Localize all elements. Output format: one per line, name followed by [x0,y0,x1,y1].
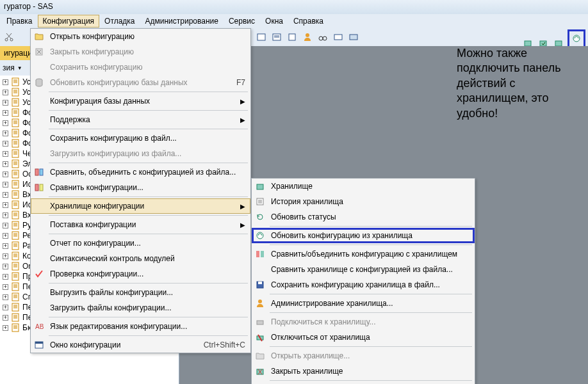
expand-icon[interactable]: + [3,79,8,85]
config-menu: Открыть конфигурацию Закрыть конфигураци… [30,28,251,353]
menu-compare-merge[interactable]: Сравнить, объединить с конфигурацией из … [31,164,250,180]
expand-icon[interactable]: + [3,325,8,331]
svg-point-1 [10,38,13,41]
sub-admin[interactable]: Администрирование хранилища... [252,296,475,311]
expand-icon[interactable]: + [3,233,8,239]
expand-icon[interactable]: + [3,284,8,290]
tb-icon7[interactable] [347,31,360,44]
menu-help[interactable]: Справка [288,15,329,28]
expand-icon[interactable]: + [3,202,8,208]
menu-window[interactable]: Окно конфигурацииCtrl+Shift+C [31,337,250,353]
scissors-icon[interactable] [3,31,15,44]
repo-icon [254,180,266,192]
sub-repo[interactable]: Хранилище [252,179,475,194]
tb-icon2[interactable] [270,31,283,44]
svg-rect-50 [40,184,43,191]
doc-icon [11,139,20,148]
compare2-icon [33,182,45,193]
svg-rect-49 [35,184,38,191]
expand-icon[interactable]: + [3,212,8,218]
menu-config[interactable]: Конфигурация [38,15,100,28]
expand-icon[interactable]: + [3,243,8,249]
expand-icon[interactable]: + [3,100,8,106]
doc-icon [11,170,20,179]
menu-compare-configs[interactable]: Сравнить конфигурации... [31,180,250,195]
expand-icon[interactable]: + [3,172,8,177]
sub-disconnect[interactable]: Отключиться от хранилища [252,330,475,345]
menu-import[interactable]: Загрузить файлы конфигурации... [31,300,250,316]
expand-icon[interactable]: + [3,151,8,157]
menu-db-config[interactable]: Конфигурация базы данных▶ [31,93,250,109]
expand-icon[interactable]: + [3,182,8,188]
menu-service[interactable]: Сервис [224,15,260,28]
tb-binoculars-icon[interactable] [316,31,329,44]
svg-rect-17 [12,109,19,116]
svg-rect-54 [257,184,263,189]
doc-icon [11,231,20,240]
menu-save-file[interactable]: Сохранить конфигурацию в файл... [31,131,250,146]
expand-icon[interactable]: + [3,315,8,321]
menu-close-config[interactable]: Закрыть конфигурацию [31,44,250,60]
expand-icon[interactable]: + [3,294,8,300]
menu-load-file[interactable]: Загрузить конфигурацию из файла... [31,146,250,161]
menu-admin[interactable]: Администрирование [140,15,224,28]
svg-text:АB: АB [35,323,44,330]
sub-update-status[interactable]: Обновить статусы [252,209,475,225]
menu-update-db[interactable]: Обновить конфигурацию базы данныхF7 [31,75,250,90]
sub-update-from[interactable]: Обновить конфигурацию из хранилища [252,228,475,243]
svg-rect-32 [12,262,19,270]
menu-open-config[interactable]: Открыть конфигурацию [31,29,250,44]
doc-icon [11,149,20,158]
chevron-right-icon: ▶ [240,116,245,124]
svg-rect-28 [12,221,19,229]
svg-rect-8 [334,35,342,40]
svg-rect-27 [12,211,19,219]
sub-compare-file[interactable]: Сравнить хранилище с конфигурацией из фа… [252,262,475,277]
expand-icon[interactable]: + [3,131,8,136]
sub-close[interactable]: Закрыть хранилище [252,364,475,379]
menubar: Правка Конфигурация Отладка Администриро… [0,14,588,28]
tb-person-icon[interactable] [301,31,314,44]
tb-icon6[interactable] [332,31,345,44]
sub-history[interactable]: История хранилища [252,194,475,209]
expand-icon[interactable]: + [3,253,8,259]
menu-save-config[interactable]: Сохранить конфигурацию [31,60,250,75]
expand-icon[interactable]: + [3,161,8,167]
menu-check[interactable]: Проверка конфигурации... [31,266,250,282]
expand-icon[interactable]: + [3,264,8,269]
repo-update-icon[interactable] [570,32,583,45]
svg-point-7 [323,36,327,40]
window-icon [33,339,45,351]
tb-icon3[interactable] [286,31,298,44]
doc-icon [11,313,20,322]
doc-icon [11,98,20,107]
sub-save-file[interactable]: Сохранить конфигурацию хранилища в файл.… [252,277,475,292]
menu-support[interactable]: Поддержка▶ [31,112,250,127]
expand-icon[interactable]: + [3,141,8,147]
doc-icon [11,77,20,86]
menu-windows[interactable]: Окна [260,15,288,28]
expand-icon[interactable]: + [3,90,8,95]
sub-compare-merge[interactable]: Сравнить/объединить конфигурацию с храни… [252,246,475,262]
expand-icon[interactable]: + [3,305,8,310]
menu-lang[interactable]: АBЯзык редактирования конфигурации... [31,319,250,334]
menu-report[interactable]: Отчет по конфигурации... [31,236,250,251]
menu-repo[interactable]: Хранилище конфигурации▶ [31,198,250,214]
doc-icon [11,88,20,97]
menu-debug[interactable]: Отладка [99,15,140,28]
expand-icon[interactable]: + [3,110,8,116]
doc-icon [11,303,20,312]
menu-syntax[interactable]: Синтаксический контроль модулей [31,251,250,266]
menu-delivery[interactable]: Поставка конфигурации▶ [31,217,250,232]
menu-export[interactable]: Выгрузить файлы конфигурации... [31,285,250,300]
expand-icon[interactable]: + [3,120,8,126]
sub-connect[interactable]: Подключиться к хранилищу... [252,314,475,330]
sub-open[interactable]: Открыть хранилище... [252,348,475,364]
menu-file[interactable]: Правка [1,15,38,28]
sidebar-subtitle[interactable]: зия [3,63,15,72]
expand-icon[interactable]: + [3,274,8,280]
tb-icon1[interactable] [255,31,268,44]
expand-icon[interactable]: + [3,192,8,198]
expand-icon[interactable]: + [3,223,8,228]
svg-rect-21 [12,150,19,157]
